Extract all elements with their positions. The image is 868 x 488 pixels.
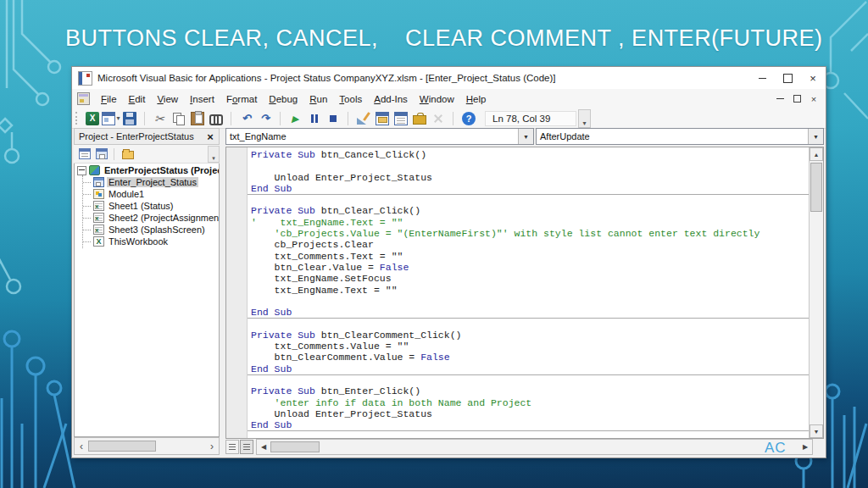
menu-file[interactable]: File bbox=[95, 92, 123, 106]
code-text-segment: Unload Enter_Project_Status bbox=[251, 172, 432, 183]
toolbar-buttons: ▾ bbox=[83, 110, 478, 127]
code-text-segment: txt_EngName.Text = "" bbox=[251, 285, 398, 296]
design-mode-icon bbox=[357, 112, 370, 125]
menu-window[interactable]: Window bbox=[414, 92, 460, 106]
redo-icon[interactable] bbox=[256, 110, 275, 127]
insert-userform-icon[interactable]: ▾ bbox=[102, 110, 120, 127]
properties-window-icon[interactable] bbox=[392, 110, 410, 127]
minimize-button[interactable] bbox=[749, 67, 775, 89]
project-explorer-icon[interactable] bbox=[373, 110, 392, 127]
code-editor: Private Sub btn_Cancel_Click() Unload En… bbox=[225, 147, 824, 439]
procedure-dropdown[interactable]: AfterUpdate ▼ bbox=[536, 128, 824, 145]
properties-window-icon bbox=[394, 112, 408, 125]
code-text-segment: cb_Projects.Clear bbox=[251, 239, 374, 250]
tree-item-sheet1[interactable]: Sheet1 (Status) bbox=[75, 200, 219, 212]
toolbox-icon[interactable] bbox=[410, 110, 429, 127]
help-icon[interactable] bbox=[459, 110, 478, 127]
scroll-right-button[interactable]: ▶ bbox=[798, 440, 812, 454]
menu-insert[interactable]: Insert bbox=[184, 92, 220, 106]
dropdown-caret-icon[interactable]: ▾ bbox=[116, 114, 120, 122]
toggle-folders-icon[interactable] bbox=[120, 147, 136, 162]
child-close-button[interactable]: × bbox=[805, 92, 822, 106]
project-panel-close-button[interactable]: × bbox=[203, 130, 217, 143]
child-restore-button[interactable] bbox=[788, 92, 805, 106]
copy-icon[interactable] bbox=[170, 110, 188, 127]
window-title: Microsoft Visual Basic for Applications … bbox=[97, 73, 749, 83]
view-code-icon[interactable] bbox=[76, 147, 93, 162]
scroll-down-button[interactable]: ▼ bbox=[810, 424, 823, 438]
code-text-segment: btn_Clear_Click() bbox=[321, 205, 420, 216]
undo-icon[interactable] bbox=[237, 110, 256, 127]
code-line: cb_Projects.Clear bbox=[251, 239, 810, 250]
redo-icon bbox=[259, 112, 272, 125]
procedure-separator-line bbox=[251, 430, 810, 438]
toolbar-overflow-button[interactable]: ▾ bbox=[578, 109, 591, 128]
object-dropdown[interactable]: txt_EngName ▼ bbox=[225, 128, 534, 145]
code-text-segment: txt_Comments.Text = "" bbox=[251, 251, 403, 262]
code-keyword: End Sub bbox=[251, 419, 292, 430]
close-button[interactable]: × bbox=[800, 67, 826, 89]
code-comment: ' txt_EngName.Text = "" bbox=[251, 217, 403, 228]
code-text-segment: Unload Enter_Project_Status bbox=[251, 408, 432, 419]
menu-addins[interactable]: Add-Ins bbox=[368, 92, 414, 106]
view-object-icon[interactable] bbox=[93, 147, 110, 162]
procedure-view-button[interactable] bbox=[225, 440, 239, 454]
paste-icon[interactable] bbox=[188, 110, 207, 127]
tree-item-sheet2[interactable]: Sheet2 (ProjectAssignment) bbox=[75, 212, 219, 224]
code-text[interactable]: Private Sub btn_Cancel_Click() Unload En… bbox=[248, 147, 810, 438]
find-icon[interactable] bbox=[207, 110, 225, 127]
tree-item-enter-project-status[interactable]: Enter_Project_Status bbox=[75, 176, 219, 188]
tree-expander-icon[interactable] bbox=[77, 166, 86, 175]
tree-item-thisworkbook[interactable]: ThisWorkbook bbox=[75, 236, 219, 247]
code-line: btn_Clear.Value = False bbox=[251, 262, 810, 273]
dropdown-arrow-icon[interactable]: ▼ bbox=[808, 129, 823, 144]
full-module-view-button[interactable] bbox=[240, 440, 253, 454]
menu-help[interactable]: Help bbox=[460, 92, 492, 106]
run-icon[interactable] bbox=[287, 110, 305, 127]
design-mode-icon[interactable] bbox=[354, 110, 373, 127]
child-minimize-button[interactable] bbox=[771, 92, 788, 106]
scrollbar-thumb[interactable] bbox=[270, 441, 320, 452]
menu-edit[interactable]: Edit bbox=[123, 92, 152, 106]
reset-icon[interactable] bbox=[324, 110, 342, 127]
code-hscrollbar[interactable]: ◀ ▶ bbox=[256, 439, 813, 455]
menu-bar: FileEditViewInsertFormatDebugRunToolsAdd… bbox=[72, 89, 826, 109]
dropdown-arrow-icon[interactable]: ▼ bbox=[518, 129, 533, 144]
menu-view[interactable]: View bbox=[151, 92, 184, 106]
tree-item-sheet3[interactable]: Sheet3 (SplashScreen) bbox=[75, 224, 219, 236]
break-icon[interactable] bbox=[305, 110, 324, 127]
cursor-position-indicator: Ln 78, Col 39 bbox=[485, 111, 576, 126]
scroll-left-button[interactable]: ‹ bbox=[75, 438, 88, 454]
tree-root-enterprojectstatus[interactable]: EnterProjectStatus (Project S bbox=[75, 164, 219, 176]
excel-icon[interactable] bbox=[83, 110, 102, 127]
toolbox-icon bbox=[413, 115, 426, 125]
scroll-right-button[interactable]: › bbox=[205, 438, 219, 454]
menu-format[interactable]: Format bbox=[220, 92, 263, 106]
code-margin-strip[interactable] bbox=[226, 147, 248, 438]
scrollbar-thumb[interactable] bbox=[810, 163, 822, 212]
toolbar-separator bbox=[114, 148, 120, 160]
undo-icon bbox=[240, 112, 253, 125]
code-vscrollbar[interactable]: ▲ ▼ bbox=[809, 147, 823, 438]
paste-icon bbox=[191, 112, 204, 125]
panel-toolbar-overflow-button[interactable]: ▾ bbox=[208, 146, 220, 163]
toolbar-grip[interactable] bbox=[75, 112, 81, 125]
code-keyword: Private Sub bbox=[251, 149, 321, 160]
scroll-up-button[interactable]: ▲ bbox=[810, 147, 823, 161]
project-explorer-icon bbox=[376, 112, 389, 125]
save-icon bbox=[123, 112, 136, 125]
maximize-button[interactable] bbox=[775, 67, 800, 89]
cut-icon[interactable] bbox=[151, 110, 170, 127]
scrollbar-thumb[interactable] bbox=[88, 441, 156, 452]
menu-tools[interactable]: Tools bbox=[333, 92, 368, 106]
menu-run[interactable]: Run bbox=[303, 92, 333, 106]
menu-debug[interactable]: Debug bbox=[263, 92, 303, 106]
scroll-left-button[interactable]: ◀ bbox=[257, 440, 270, 454]
save-icon[interactable] bbox=[120, 110, 139, 127]
tree-item-module1[interactable]: Module1 bbox=[75, 188, 219, 200]
project-panel-hscrollbar[interactable]: ‹ › bbox=[74, 437, 220, 455]
code-text-segment: btn_ClearComment_Click() bbox=[321, 330, 462, 341]
window-titlebar: Microsoft Visual Basic for Applications … bbox=[72, 67, 826, 90]
code-text-segment: btn_Cancel_Click() bbox=[321, 149, 426, 160]
toolbar: ▾ Ln 78, Col 39 ▾ bbox=[72, 108, 826, 129]
